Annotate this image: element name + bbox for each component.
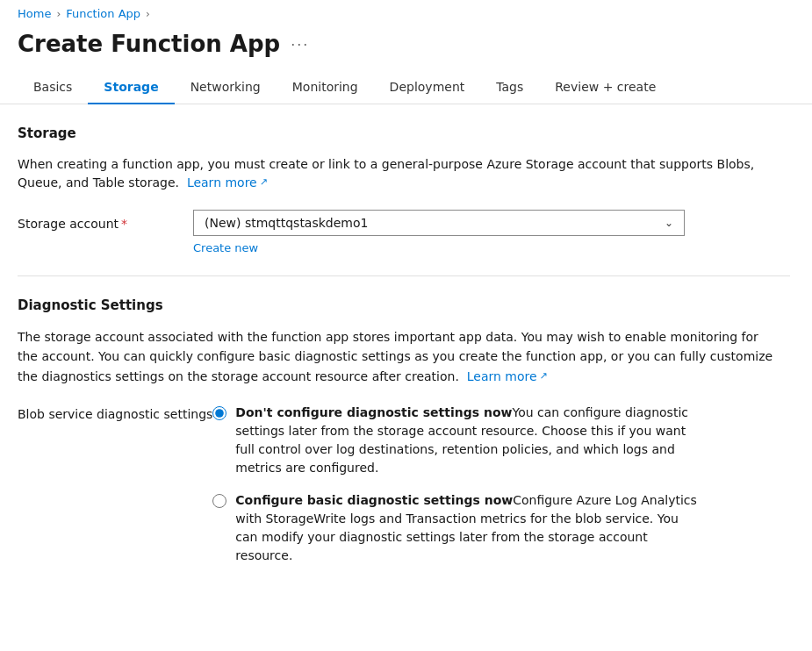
storage-account-control: (New) stmqttqstaskdemo1 ⌄ Create new <box>193 210 685 254</box>
storage-section-desc: When creating a function app, you must c… <box>18 155 781 192</box>
storage-account-select[interactable]: (New) stmqttqstaskdemo1 ⌄ <box>193 210 685 236</box>
chevron-down-icon: ⌄ <box>665 217 673 229</box>
page-title: Create Function App <box>18 31 280 57</box>
breadcrumb-function-app[interactable]: Function App <box>66 7 140 20</box>
external-link-icon-2: ↗ <box>540 368 548 384</box>
blob-diagnostic-row: Blob service diagnostic settings Don't c… <box>18 404 790 565</box>
tab-nav: Basics Storage Networking Monitoring Dep… <box>0 71 812 104</box>
blob-diagnostic-label: Blob service diagnostic settings <box>18 404 212 421</box>
radio-no-config-text: Don't configure diagnostic settings nowY… <box>235 404 701 477</box>
breadcrumb-home[interactable]: Home <box>18 7 51 20</box>
tab-basics[interactable]: Basics <box>18 71 88 104</box>
storage-account-row: Storage account* (New) stmqttqstaskdemo1… <box>18 210 790 254</box>
storage-section-title: Storage <box>18 125 790 141</box>
tab-storage[interactable]: Storage <box>88 71 174 104</box>
section-divider <box>18 275 790 276</box>
tab-tags[interactable]: Tags <box>480 71 539 104</box>
breadcrumb: Home › Function App › <box>0 0 812 27</box>
main-content: Storage When creating a function app, yo… <box>0 104 808 586</box>
storage-account-value: (New) stmqttqstaskdemo1 <box>205 216 368 230</box>
breadcrumb-sep-1: › <box>56 8 61 20</box>
diagnostic-section-desc: The storage account associated with the … <box>18 327 781 386</box>
page-header: Create Function App ··· <box>0 27 812 71</box>
storage-learn-more-link[interactable]: Learn more ↗ <box>187 174 268 192</box>
tab-networking[interactable]: Networking <box>175 71 277 104</box>
ellipsis-button[interactable]: ··· <box>291 35 309 54</box>
diagnostic-section: Diagnostic Settings The storage account … <box>18 297 790 565</box>
create-new-link[interactable]: Create new <box>193 241 258 254</box>
radio-basic-config-text: Configure basic diagnostic settings nowC… <box>235 491 701 565</box>
radio-item-basic-config: Configure basic diagnostic settings nowC… <box>212 491 790 565</box>
tab-deployment[interactable]: Deployment <box>374 71 481 104</box>
diagnostic-learn-more-link[interactable]: Learn more ↗ <box>467 367 548 386</box>
storage-account-label: Storage account* <box>18 210 193 231</box>
external-link-icon: ↗ <box>260 175 268 190</box>
tab-review-create[interactable]: Review + create <box>539 71 672 104</box>
radio-no-config[interactable] <box>212 406 226 420</box>
storage-section: Storage When creating a function app, yo… <box>18 125 790 254</box>
diagnostic-section-title: Diagnostic Settings <box>18 297 790 313</box>
radio-item-no-config: Don't configure diagnostic settings nowY… <box>212 404 790 477</box>
required-indicator: * <box>121 217 127 231</box>
radio-no-config-bold: Don't configure diagnostic settings now <box>235 405 512 419</box>
radio-basic-config[interactable] <box>212 494 226 508</box>
radio-basic-config-bold: Configure basic diagnostic settings now <box>235 493 513 507</box>
blob-diagnostic-options: Don't configure diagnostic settings nowY… <box>212 404 790 565</box>
tab-monitoring[interactable]: Monitoring <box>277 71 374 104</box>
breadcrumb-sep-2: › <box>146 8 150 20</box>
